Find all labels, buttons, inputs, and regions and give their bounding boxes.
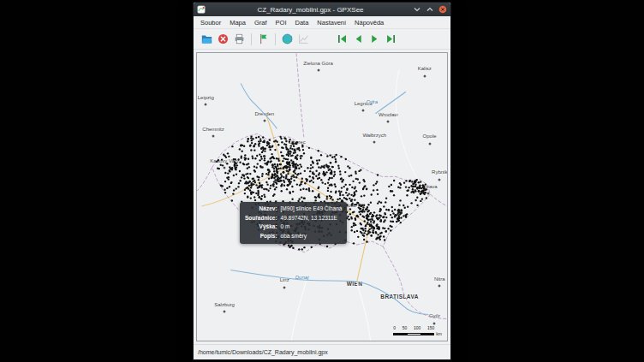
close-icon xyxy=(438,5,447,14)
map-canvas xyxy=(197,53,447,341)
tooltip-value: [M90] silnice E49 Čihaná xyxy=(281,205,343,214)
globe-icon xyxy=(282,33,293,45)
close-file-button[interactable] xyxy=(216,32,230,46)
first-arrow-icon xyxy=(337,33,348,45)
tooltip-row: Popis:oba směry xyxy=(245,232,342,241)
scale-tick-label: 50 xyxy=(402,325,408,330)
maximize-icon xyxy=(426,5,434,14)
scale-unit: km xyxy=(436,331,442,336)
map-view[interactable]: Zielona GóraKaliszLeipzigDresdenLegnicaW… xyxy=(196,52,448,341)
titlebar[interactable]: CZ_Radary_mobilni.gpx - GPXSee xyxy=(194,3,450,16)
nav-previous-button[interactable] xyxy=(351,32,366,46)
scale-tick-label: 150 xyxy=(427,325,434,330)
next-arrow-icon xyxy=(369,33,380,45)
tooltip-label: Název: xyxy=(245,205,281,214)
poi-flag-icon xyxy=(258,33,269,45)
borders-layer xyxy=(197,53,447,318)
scale-tick-label: 100 xyxy=(414,325,420,330)
scale-segment xyxy=(420,334,433,335)
tooltip-value: 49.89742N, 13.12311E xyxy=(281,214,343,223)
tooltip-value: oba směry xyxy=(281,232,343,241)
tooltip-row: Souřadnice:49.89742N, 13.12311E xyxy=(245,214,342,223)
minimize-button[interactable] xyxy=(412,5,421,15)
menu-nastaveni[interactable]: Nastavení xyxy=(313,16,350,29)
scale-labels: 050100150 xyxy=(393,325,434,330)
tooltip-row: Název:[M90] silnice E49 Čihaná xyxy=(245,205,342,214)
window-title: CZ_Radary_mobilni.gpx - GPXSee xyxy=(209,6,412,14)
status-bar: /home/tumic/Downloads/CZ_Radary_mobilni.… xyxy=(194,344,450,359)
nav-first-button[interactable] xyxy=(335,32,349,46)
tooltip-value: 0 m xyxy=(281,223,343,232)
tooltip-row: Výška:0 m xyxy=(245,223,342,232)
maximize-button[interactable] xyxy=(425,5,434,15)
menu-bar: SouborMapaGrafPOIDataNastaveníNápověda xyxy=(194,16,450,29)
menu-graf[interactable]: Graf xyxy=(250,16,271,29)
show-graph-button[interactable] xyxy=(296,32,311,46)
nav-next-button[interactable] xyxy=(367,32,382,46)
show-map-button[interactable] xyxy=(280,32,295,46)
scale-tick-label: 0 xyxy=(393,325,396,330)
waypoint-tooltip: Název:[M90] silnice E49 ČihanáSouřadnice… xyxy=(240,202,347,244)
open-file-button[interactable] xyxy=(200,32,214,46)
gpxsee-window: CZ_Radary_mobilni.gpx - GPXSee SouborMap… xyxy=(193,2,451,360)
print-button[interactable] xyxy=(232,32,247,46)
scale-segment xyxy=(408,334,420,335)
menu-napoveda[interactable]: Nápověda xyxy=(350,16,388,29)
file-path: /home/tumic/Downloads/CZ_Radary_mobilni.… xyxy=(198,349,328,355)
close-file-icon xyxy=(218,33,229,45)
tooltip-label: Souřadnice: xyxy=(245,214,281,223)
close-button[interactable] xyxy=(438,5,447,15)
previous-arrow-icon xyxy=(353,33,364,45)
folder-open-icon xyxy=(201,33,212,45)
toolbar-separator xyxy=(251,33,252,45)
map-container: Zielona GóraKaliszLeipzigDresdenLegnicaW… xyxy=(194,50,450,344)
toolbar xyxy=(194,29,450,50)
nav-last-button[interactable] xyxy=(384,32,398,46)
scale-segment xyxy=(394,334,407,335)
menu-data[interactable]: Data xyxy=(290,16,313,29)
minimize-icon xyxy=(413,5,421,14)
printer-icon xyxy=(234,33,245,45)
desktop: CZ_Radary_mobilni.gpx - GPXSee SouborMap… xyxy=(0,0,644,362)
scale-ruler xyxy=(393,333,434,335)
last-arrow-icon xyxy=(385,33,397,45)
toolbar-separator xyxy=(275,33,276,45)
window-controls xyxy=(412,5,447,15)
graph-icon xyxy=(298,33,309,45)
map-scale: 050100150 km xyxy=(393,325,442,336)
gpxsee-app-icon xyxy=(197,5,206,14)
menu-mapa[interactable]: Mapa xyxy=(225,16,250,29)
tooltip-label: Popis: xyxy=(245,232,281,241)
menu-soubor[interactable]: Soubor xyxy=(196,16,225,29)
tooltip-label: Výška: xyxy=(245,223,281,232)
show-poi-button[interactable] xyxy=(256,32,271,46)
menu-poi[interactable]: POI xyxy=(271,16,291,29)
